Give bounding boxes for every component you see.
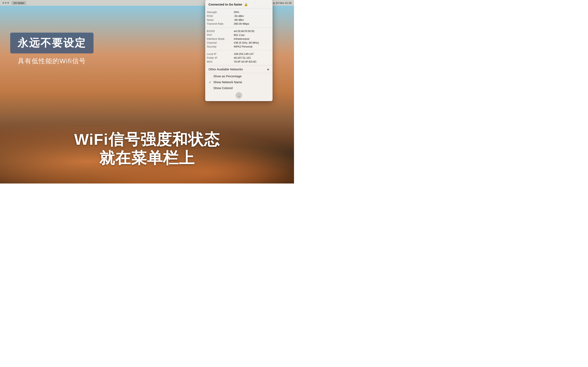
- mac-row: MAC 78:4F:43:4F:ED:6C: [205, 60, 273, 64]
- rssi-label: RSSI: [205, 15, 234, 17]
- local-ip-row: Local IP 169.254.149.147: [205, 52, 273, 56]
- network-details-section: BSSID a4:2b:b0:f3:00:92 PHY 801.11ac Int…: [205, 27, 273, 50]
- phy-label: PHY: [205, 33, 234, 36]
- show-network-name-item[interactable]: ✓ Show Network Name: [205, 79, 273, 85]
- wifi-dropdown-menu: Connected to Go faster 🔒 Strength 50% RS…: [205, 0, 273, 101]
- channel-value: #36 (5 GHz, 80 MHz): [234, 41, 259, 44]
- security-label: Security: [205, 45, 234, 48]
- strength-label: Strength: [205, 11, 234, 14]
- interface-mode-row: Interface Mode Infrastructure: [205, 37, 273, 41]
- local-ip-value: 169.254.149.147: [234, 52, 254, 55]
- other-networks-label: Other Available Networks: [208, 67, 243, 71]
- transmit-rate-value: 390.00 Mbps: [234, 22, 249, 25]
- mac-label: MAC: [205, 60, 234, 63]
- signal-info-section: Strength 50% RSSI -50 dBm Noise -89 dBm …: [205, 8, 273, 27]
- top-overlay: 永远不要设定 具有低性能的Wifi信号: [10, 33, 94, 66]
- scroll-down-button[interactable]: ⌄: [236, 92, 242, 99]
- bottom-overlay: WiFi信号强度和状态 就在菜单栏上: [0, 130, 294, 167]
- bssid-value: a4:2b:b0:f3:00:92: [234, 30, 254, 33]
- channel-label: Channel: [205, 41, 234, 44]
- rssi-value: -50 dBm: [234, 15, 244, 17]
- other-networks-item[interactable]: Other Available Networks ▶: [205, 66, 273, 73]
- lock-icon: 🔒: [244, 2, 248, 6]
- phy-row: PHY 801.11ac: [205, 33, 273, 37]
- phy-value: 801.11ac: [234, 33, 245, 36]
- connected-title: Connected to Go faster: [208, 3, 242, 6]
- noise-label: Noise: [205, 18, 234, 21]
- channel-row: Channel #36 (5 GHz, 80 MHz): [205, 41, 273, 45]
- public-ip-label: Public IP: [205, 56, 234, 59]
- bssid-row: BSSID a4:2b:b0:f3:00:92: [205, 29, 273, 33]
- subtitle-text: 具有低性能的Wifi信号: [10, 57, 94, 66]
- show-as-percentage-label: Show as Percentage: [213, 75, 242, 78]
- show-network-name-label: Show Network Name: [213, 80, 242, 84]
- menubar-app-label[interactable]: Go faster: [11, 1, 26, 5]
- transmit-rate-row: Transmit Rate 390.00 Mbps: [205, 22, 273, 26]
- bottom-text-line1: WiFi信号强度和状态: [0, 130, 294, 149]
- interface-mode-value: Infrastructure: [234, 37, 250, 40]
- banner-box: 永远不要设定: [10, 33, 94, 53]
- public-ip-row: Public IP 49.207.51.152: [205, 56, 273, 60]
- security-row: Security WPA2 Personal: [205, 45, 273, 49]
- local-ip-label: Local IP: [205, 52, 234, 55]
- show-as-percentage-item[interactable]: Show as Percentage: [205, 73, 273, 79]
- rssi-row: RSSI -50 dBm: [205, 14, 273, 18]
- strength-row: Strength 50%: [205, 10, 273, 14]
- public-ip-value: 49.207.51.152: [234, 56, 251, 59]
- connected-header: Connected to Go faster 🔒: [205, 0, 273, 8]
- noise-row: Noise -89 dBm: [205, 18, 273, 22]
- show-colored-item[interactable]: Show Colored: [205, 85, 273, 91]
- bssid-label: BSSID: [205, 30, 234, 33]
- bottom-text-line2: 就在菜单栏上: [0, 149, 294, 167]
- interface-mode-label: Interface Mode: [205, 37, 234, 40]
- scroll-indicator: ⌄: [205, 91, 273, 100]
- banner-text: 永远不要设定: [17, 36, 86, 50]
- dot-3: [7, 2, 9, 4]
- security-value: WPA2 Personal: [234, 45, 252, 48]
- noise-value: -89 dBm: [234, 18, 244, 21]
- dot-1: [2, 2, 4, 4]
- menubar-left: Go faster: [2, 1, 26, 5]
- menubar-datetime: Thu 24 Nov 21:34: [270, 1, 292, 4]
- transmit-rate-label: Transmit Rate: [205, 22, 234, 25]
- menubar-dots: [2, 2, 9, 4]
- check-network-name-icon: ✓: [208, 81, 212, 84]
- show-colored-label: Show Colored: [213, 86, 233, 90]
- dot-2: [5, 2, 7, 4]
- mac-value: 78:4F:43:4F:ED:6C: [234, 60, 257, 63]
- chevron-right-icon: ▶: [268, 68, 269, 71]
- ip-info-section: Local IP 169.254.149.147 Public IP 49.20…: [205, 50, 273, 66]
- strength-value: 50%: [234, 11, 239, 14]
- scroll-down-icon: ⌄: [238, 94, 240, 98]
